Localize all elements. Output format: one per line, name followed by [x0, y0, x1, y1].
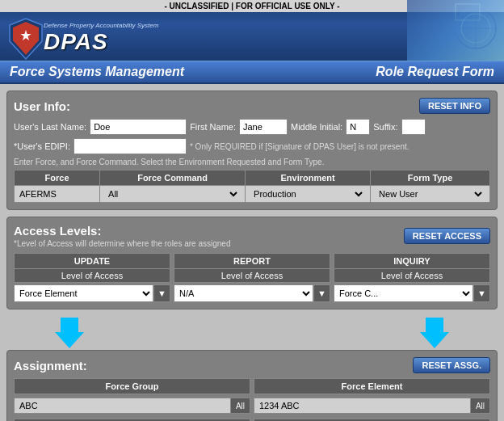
suffix-input[interactable]	[401, 119, 426, 135]
access-levels-title: Access Levels:	[14, 224, 230, 238]
col-form-type: Form Type	[371, 171, 490, 186]
force-element-1-text: 1234 ABC	[254, 398, 470, 413]
inquiry-header: INQUIRY	[334, 253, 490, 269]
force-command-value: All	[100, 186, 246, 203]
edipi-label: *User's EDIPI:	[14, 141, 70, 151]
form-type-select[interactable]: New User	[376, 188, 485, 200]
title-right: Role Request Form	[376, 65, 494, 79]
assignment-section: Assignment: RESET ASSG. Force Group Forc…	[6, 350, 498, 421]
force-group-1-all-btn[interactable]: All	[230, 398, 250, 413]
right-arrow-head	[420, 332, 449, 348]
last-name-label: User's Last Name:	[14, 122, 86, 132]
right-arrow-down	[420, 318, 449, 348]
update-access-select[interactable]: Force Element	[14, 284, 153, 302]
assignment-values-row1: ABC All 1234 ABC All	[14, 396, 490, 414]
force-element-1-all-btn[interactable]: All	[470, 398, 489, 413]
report-access-select[interactable]: N/A	[174, 284, 313, 302]
arrows-area	[6, 316, 498, 350]
left-arrow-shaft	[61, 318, 78, 332]
table-row: AFERMS All Production New User	[15, 186, 490, 203]
name-row: User's Last Name: First Name: Middle Ini…	[14, 119, 490, 135]
user-info-section: User Info: RESET INFO User's Last Name: …	[6, 91, 498, 210]
report-sub: Level of Access	[174, 269, 330, 283]
access-levels-section: Access Levels: *Level of Access will det…	[6, 217, 498, 309]
col-force: Force	[15, 171, 100, 186]
title-left: Force Systems Management	[10, 65, 184, 79]
first-name-input[interactable]	[239, 119, 288, 135]
hint-text: Enter Force, and Force Command. Select t…	[14, 158, 490, 166]
force-info-table: Force Force Command Environment Form Typ…	[14, 170, 490, 203]
update-sub: Level of Access	[14, 269, 170, 283]
header-decorative-image	[407, 0, 504, 61]
report-access-dropdown-btn[interactable]: ▼	[313, 284, 330, 302]
header-image-svg	[407, 0, 504, 61]
inquiry-access-col: INQUIRY Level of Access Force C... ▼	[334, 253, 490, 302]
inquiry-access-select[interactable]: Force C...	[334, 284, 473, 302]
right-arrow-shaft	[426, 318, 443, 332]
force-value: AFERMS	[15, 186, 100, 203]
middle-initial-label: Middle Initial:	[291, 122, 342, 132]
inquiry-sub: Level of Access	[334, 269, 490, 283]
dpas-shield-icon	[8, 17, 44, 61]
title-bar: Force Systems Management Role Request Fo…	[0, 61, 504, 84]
suffix-label: Suffix:	[373, 122, 397, 132]
assign-force-group-value-1: ABC All	[14, 398, 250, 414]
reset-assignment-button[interactable]: RESET ASSG.	[413, 357, 490, 373]
left-arrow-head	[55, 332, 84, 348]
access-levels-grid: UPDATE Level of Access Force Element ▼ R…	[14, 253, 490, 302]
reset-info-button[interactable]: RESET INFO	[419, 98, 490, 114]
assignment-grid-row1: Force Group Force Element	[14, 378, 490, 394]
left-arrow-down	[55, 318, 84, 348]
header: - UNCLASSIFIED | FOR OFFICIAL USE ONLY -…	[0, 0, 504, 61]
edipi-input[interactable]	[74, 138, 187, 154]
edipi-note: * Only REQUIRED if [Signature of DPAS Us…	[190, 142, 410, 151]
svg-marker-1	[13, 22, 39, 55]
update-access-dropdown-btn[interactable]: ▼	[153, 284, 170, 302]
dpas-acronym: DPAS	[44, 29, 158, 55]
assign-force-element-header-1: Force Element	[254, 378, 490, 394]
dpas-logo: Defense Property Accountability System D…	[8, 17, 158, 61]
edipi-row: *User's EDIPI: * Only REQUIRED if [Signa…	[14, 138, 490, 154]
user-info-title: User Info:	[14, 99, 70, 113]
inquiry-access-dropdown-btn[interactable]: ▼	[473, 284, 490, 302]
col-force-command: Force Command	[100, 171, 246, 186]
report-access-col: REPORT Level of Access N/A ▼	[174, 253, 330, 302]
col-environment: Environment	[246, 171, 371, 186]
force-command-select[interactable]: All	[105, 188, 240, 200]
assignment-title: Assignment:	[14, 359, 87, 373]
environment-select[interactable]: Production	[250, 188, 365, 200]
environment-value: Production	[246, 186, 371, 203]
dpas-full-name: Defense Property Accountability System	[44, 22, 158, 29]
main-content: User Info: RESET INFO User's Last Name: …	[0, 84, 504, 421]
middle-initial-input[interactable]	[346, 119, 370, 135]
update-access-col: UPDATE Level of Access Force Element ▼	[14, 253, 170, 302]
form-type-value: New User	[371, 186, 490, 203]
access-levels-subtitle: *Level of Access will determine where th…	[14, 239, 230, 248]
last-name-input[interactable]	[90, 119, 187, 135]
report-header: REPORT	[174, 253, 330, 269]
update-header: UPDATE	[14, 253, 170, 269]
assign-force-element-value-1: 1234 ABC All	[254, 398, 490, 414]
reset-access-button[interactable]: RESET ACCESS	[404, 228, 490, 244]
first-name-label: First Name:	[190, 122, 236, 132]
assign-force-group-header-1: Force Group	[14, 378, 250, 394]
force-group-1-text: ABC	[15, 398, 230, 413]
